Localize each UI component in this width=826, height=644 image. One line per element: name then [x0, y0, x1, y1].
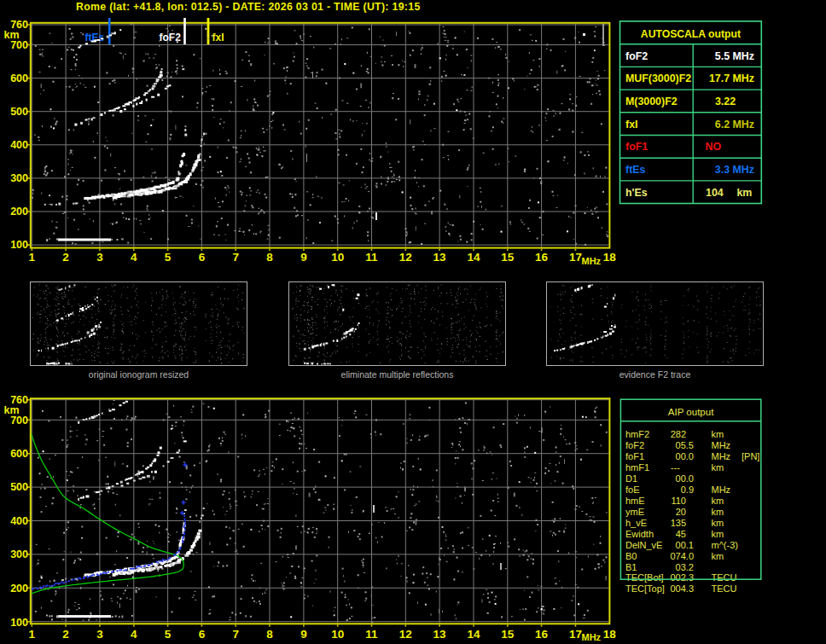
- svg-text:km: km: [3, 29, 19, 41]
- svg-text:03.2: 03.2: [676, 562, 694, 572]
- svg-text:11: 11: [365, 251, 378, 264]
- svg-text:12: 12: [399, 628, 412, 641]
- svg-text:100: 100: [10, 239, 28, 251]
- svg-text:1: 1: [29, 628, 36, 641]
- svg-text:3.22: 3.22: [715, 96, 736, 107]
- svg-text:004.3: 004.3: [670, 583, 694, 594]
- svg-text:00.0: 00.0: [676, 473, 694, 484]
- svg-text:12: 12: [399, 251, 412, 264]
- svg-text:TECU: TECU: [712, 583, 737, 594]
- svg-text:hmF1: hmF1: [625, 462, 649, 473]
- svg-text:18: 18: [603, 251, 617, 264]
- svg-text:5: 5: [165, 628, 172, 641]
- svg-text:NO: NO: [706, 141, 722, 153]
- svg-text:D1: D1: [625, 473, 637, 484]
- svg-text:5.5 MHz: 5.5 MHz: [715, 50, 754, 62]
- svg-text:fxI: fxI: [625, 119, 637, 131]
- svg-text:km: km: [712, 551, 724, 561]
- svg-text:400: 400: [10, 139, 28, 151]
- svg-text:foF2: foF2: [625, 50, 648, 62]
- svg-text:20: 20: [676, 507, 686, 517]
- svg-text:eliminate multiple reflections: eliminate multiple reflections: [341, 369, 454, 380]
- svg-text:TEC[Bot]: TEC[Bot]: [625, 572, 664, 583]
- svg-text:500: 500: [10, 481, 28, 493]
- svg-text:4: 4: [131, 628, 137, 641]
- svg-text:8: 8: [266, 628, 273, 641]
- svg-text:16: 16: [535, 628, 549, 641]
- svg-text:m^(-3): m^(-3): [712, 540, 738, 550]
- svg-text:hmE: hmE: [625, 496, 645, 506]
- svg-text:17.7 MHz: 17.7 MHz: [709, 73, 754, 84]
- svg-text:600: 600: [10, 448, 28, 460]
- svg-text:fxI: fxI: [212, 32, 224, 44]
- svg-text:TECU: TECU: [712, 572, 737, 583]
- svg-text:110: 110: [671, 496, 686, 506]
- svg-text:10: 10: [331, 628, 344, 641]
- svg-text:MHz: MHz: [712, 440, 731, 450]
- svg-text:15: 15: [501, 628, 515, 641]
- svg-text:foF2: foF2: [625, 440, 644, 450]
- svg-text:km: km: [3, 404, 19, 416]
- svg-text:B0: B0: [625, 551, 637, 561]
- svg-text:hmF2: hmF2: [625, 429, 649, 439]
- svg-text:[PN]: [PN]: [742, 451, 759, 461]
- svg-text:MHz: MHz: [582, 632, 602, 642]
- svg-text:4: 4: [131, 251, 137, 264]
- svg-text:Ewidth: Ewidth: [625, 529, 654, 539]
- svg-text:0.9: 0.9: [681, 484, 694, 495]
- svg-text:282: 282: [671, 429, 686, 439]
- svg-text:17: 17: [569, 628, 582, 641]
- svg-text:ftEs: ftEs: [625, 164, 646, 176]
- svg-text:200: 200: [10, 583, 28, 595]
- svg-text:8: 8: [266, 251, 273, 264]
- svg-text:h'Es: h'Es: [625, 187, 648, 199]
- svg-text:km: km: [712, 429, 724, 439]
- svg-text:MHz: MHz: [712, 451, 731, 461]
- svg-text:foF1: foF1: [625, 451, 644, 461]
- svg-text:AIP output: AIP output: [668, 407, 714, 417]
- svg-text:3: 3: [96, 251, 103, 264]
- svg-text:11: 11: [365, 628, 378, 641]
- svg-text:MUF(3000)F2: MUF(3000)F2: [625, 73, 691, 84]
- svg-text:500: 500: [10, 106, 28, 118]
- svg-text:100: 100: [10, 617, 28, 629]
- svg-text:13: 13: [433, 628, 447, 641]
- svg-text:original ionogram resized: original ionogram resized: [89, 369, 189, 380]
- svg-text:M(3000)F2: M(3000)F2: [625, 96, 678, 107]
- svg-text:00.1: 00.1: [676, 540, 694, 550]
- svg-text:TEC[Top]: TEC[Top]: [625, 583, 665, 594]
- svg-text:05.5: 05.5: [676, 440, 694, 450]
- svg-text:45: 45: [676, 529, 686, 539]
- svg-text:400: 400: [10, 515, 28, 527]
- svg-text:2: 2: [62, 251, 69, 264]
- svg-text:km: km: [712, 529, 724, 539]
- svg-text:3.3 MHz: 3.3 MHz: [715, 164, 754, 176]
- svg-text:18: 18: [603, 628, 617, 641]
- svg-text:300: 300: [10, 172, 28, 184]
- svg-text:B1: B1: [625, 562, 637, 572]
- svg-text:---: ---: [671, 462, 680, 473]
- svg-text:h_vE: h_vE: [625, 518, 647, 528]
- svg-text:5: 5: [165, 251, 172, 264]
- svg-text:9: 9: [300, 628, 307, 641]
- svg-text:002.3: 002.3: [670, 572, 694, 583]
- svg-text:foF1: foF1: [625, 141, 648, 153]
- svg-text:MHz: MHz: [582, 256, 602, 266]
- svg-text:600: 600: [10, 73, 28, 84]
- svg-text:6.2 MHz: 6.2 MHz: [715, 119, 754, 131]
- svg-text:1: 1: [29, 251, 36, 264]
- svg-text:km: km: [712, 496, 724, 506]
- svg-text:km: km: [712, 507, 724, 517]
- svg-text:7: 7: [232, 628, 239, 641]
- svg-text:3: 3: [96, 628, 103, 641]
- svg-text:ymE: ymE: [625, 507, 644, 517]
- svg-text:14: 14: [467, 628, 480, 641]
- svg-text:16: 16: [535, 251, 549, 264]
- svg-text:foE: foE: [625, 484, 640, 495]
- svg-text:km: km: [712, 462, 724, 473]
- svg-text:7: 7: [232, 251, 239, 264]
- svg-text:Rome (lat: +41.8, lon: 012.5): Rome (lat: +41.8, lon: 012.5) - DATE: 20…: [76, 1, 421, 13]
- svg-text:2: 2: [62, 628, 69, 641]
- svg-text:km: km: [736, 187, 752, 199]
- svg-text:135: 135: [671, 518, 686, 528]
